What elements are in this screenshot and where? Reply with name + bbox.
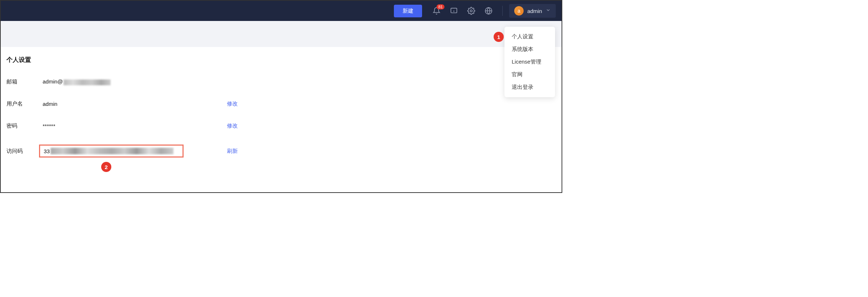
annotation-marker-2: 2 — [101, 162, 111, 172]
access-code-value: 33 — [43, 145, 227, 158]
svg-point-1 — [470, 10, 472, 12]
password-label: 密码 — [7, 122, 43, 129]
subheader-bar — [1, 21, 562, 47]
new-button[interactable]: 新建 — [394, 5, 422, 17]
access-code-highlight-box: 33 — [39, 145, 184, 158]
notification-badge: 81 — [437, 4, 444, 9]
username-row: 用户名 admin 修改 — [7, 100, 556, 107]
annotation-marker-1: 1 — [494, 32, 504, 42]
email-prefix: admin@ — [43, 78, 63, 85]
access-code-row: 访问码 33 刷新 — [7, 145, 556, 158]
user-menu-trigger[interactable]: a admin — [509, 4, 556, 18]
svg-rect-0 — [451, 8, 457, 13]
access-code-refresh-link[interactable]: 刷新 — [227, 148, 238, 155]
access-code-label: 访问码 — [7, 148, 43, 155]
email-label: 邮箱 — [7, 78, 43, 85]
header-username: admin — [527, 8, 542, 14]
password-value: ****** — [43, 123, 227, 129]
password-row: 密码 ****** 修改 — [7, 122, 556, 129]
password-edit-link[interactable]: 修改 — [227, 122, 238, 129]
header-divider — [502, 6, 503, 16]
chevron-down-icon — [546, 8, 551, 14]
menu-item-license[interactable]: License管理 — [504, 56, 555, 68]
access-code-redacted — [51, 148, 173, 154]
page-title: 个人设置 — [7, 56, 556, 64]
content-area: 个人设置 邮箱 admin@ 用户名 admin 修改 密码 ****** 修改… — [1, 47, 562, 166]
avatar: a — [514, 6, 524, 16]
menu-item-website[interactable]: 官网 — [504, 68, 555, 81]
email-row: 邮箱 admin@ — [7, 78, 556, 85]
user-dropdown-menu: 个人设置 系统版本 License管理 官网 退出登录 — [504, 27, 555, 97]
help-icon[interactable] — [447, 4, 461, 18]
menu-item-system-version[interactable]: 系统版本 — [504, 43, 555, 56]
email-value: admin@ — [43, 78, 227, 85]
access-code-prefix: 33 — [44, 148, 50, 154]
top-header: 新建 81 a admin — [1, 1, 562, 21]
globe-icon[interactable] — [481, 4, 496, 18]
notification-icon[interactable]: 81 — [429, 4, 444, 18]
settings-icon[interactable] — [464, 4, 478, 18]
username-value: admin — [43, 101, 227, 107]
email-redacted — [64, 79, 111, 85]
username-edit-link[interactable]: 修改 — [227, 100, 238, 107]
menu-item-personal-settings[interactable]: 个人设置 — [504, 30, 555, 43]
username-label: 用户名 — [7, 100, 43, 107]
menu-item-logout[interactable]: 退出登录 — [504, 81, 555, 94]
